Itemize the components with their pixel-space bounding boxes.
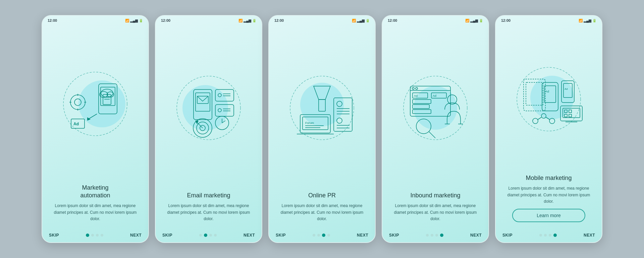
status-icons-4: 📶 ▂▄▆ 🔋 — [465, 19, 483, 22]
time-4: 12:00 — [388, 18, 397, 22]
svg-point-86 — [533, 118, 538, 124]
svg-text:Ad: Ad — [73, 122, 79, 126]
next-label-5[interactable]: NEXT — [584, 233, 595, 238]
skip-label-5[interactable]: SKIP — [502, 233, 513, 238]
dot-5-0 — [539, 234, 542, 237]
time-3: 12:00 — [274, 18, 284, 22]
dot-3-3 — [327, 234, 330, 237]
illustration-4: Ad Ad — [382, 24, 488, 192]
dot-2-0 — [199, 234, 202, 237]
battery-icon-2: 🔋 — [252, 19, 256, 22]
svg-text:Ad: Ad — [565, 87, 568, 90]
dot-5-1 — [544, 234, 547, 237]
skip-label-4[interactable]: SKIP — [389, 233, 399, 238]
svg-text:Forum: Forum — [305, 121, 314, 125]
wifi-icon-1: 📶 — [125, 19, 129, 22]
skip-label-1[interactable]: SKIP — [49, 233, 59, 238]
learn-more-button[interactable]: Learn more — [512, 209, 585, 222]
svg-text:Ad: Ad — [414, 94, 418, 98]
next-label-1[interactable]: NEXT — [130, 233, 142, 238]
illustration-5: Ad Ad — [496, 24, 602, 174]
status-icons-3: 📶 ▂▄▆ 🔋 — [352, 19, 370, 22]
phone-title-4: Inbound marketing — [390, 192, 481, 199]
next-label-3[interactable]: NEXT — [357, 233, 368, 238]
svg-rect-100 — [569, 114, 572, 117]
status-icons-2: 📶 ▂▄▆ 🔋 — [238, 19, 256, 22]
status-bar-4: 12:00 📶 ▂▄▆ 🔋 — [382, 16, 488, 24]
nav-bar-4: SKIP NEXT — [382, 230, 488, 242]
svg-point-63 — [412, 87, 414, 89]
phone-body-3: Lorem ipsum dolor sit dim amet, mea regi… — [276, 203, 368, 222]
dot-2-3 — [214, 234, 217, 237]
nav-bar-3: SKIP NEXT — [269, 230, 375, 242]
battery-icon-1: 🔋 — [139, 19, 143, 22]
dot-5-3 — [553, 234, 557, 237]
dot-1-3 — [101, 234, 103, 237]
dot-1-2 — [96, 234, 99, 237]
signal-icon-3: ▂▄▆ — [357, 19, 365, 22]
status-bar-2: 12:00 📶 ▂▄▆ 🔋 — [156, 16, 262, 24]
dots-1 — [86, 234, 103, 237]
phone-body-5: Lorem ipsum dolor sit dim amet, mea regi… — [503, 185, 594, 205]
signal-icon-5: ▂▄▆ — [584, 19, 591, 22]
illustration-3: Forum — [269, 24, 375, 192]
phone-body-2: Lorem ipsum dolor sit dim amet, mea regi… — [163, 203, 254, 222]
phone-marketing-automation: 12:00 📶 ▂▄▆ 🔋 Ad — [42, 15, 149, 243]
dot-4-1 — [431, 234, 433, 237]
nav-bar-5: SKIP NEXT — [496, 230, 602, 242]
dots-3 — [313, 234, 330, 237]
phone-title-5: Mobile marketing — [503, 174, 594, 182]
status-bar-3: 12:00 📶 ▂▄▆ 🔋 — [269, 16, 375, 24]
dot-3-2 — [322, 234, 325, 237]
content-1: Marketing automation Lorem ipsum dolor s… — [42, 184, 148, 230]
dot-3-1 — [317, 234, 320, 237]
nav-bar-1: SKIP NEXT — [42, 230, 148, 242]
content-4: Inbound marketing Lorem ipsum dolor sit … — [382, 192, 488, 230]
phone-title-3: Online PR — [276, 192, 368, 199]
phone-body-1: Lorem ipsum dolor sit dim amet, mea regi… — [50, 203, 141, 222]
dots-2 — [199, 234, 217, 237]
svg-point-56 — [337, 118, 342, 123]
svg-point-41 — [300, 83, 344, 126]
status-bar-1: 12:00 📶 ▂▄▆ 🔋 — [42, 16, 148, 24]
wifi-icon-2: 📶 — [238, 19, 243, 22]
time-1: 12:00 — [48, 18, 57, 22]
mobile-marketing-svg: Ad Ad — [508, 62, 589, 136]
next-label-2[interactable]: NEXT — [244, 233, 255, 238]
battery-icon-5: 🔋 — [592, 19, 596, 22]
battery-icon-3: 🔋 — [366, 19, 370, 22]
svg-line-73 — [429, 132, 435, 138]
battery-icon-4: 🔋 — [479, 19, 483, 22]
signal-icon-4: ▂▄▆ — [470, 19, 478, 22]
svg-text:Ad: Ad — [545, 90, 549, 93]
content-2: Email marketing Lorem ipsum dolor sit di… — [156, 192, 262, 230]
signal-icon-1: ▂▄▆ — [130, 19, 138, 22]
phone-inbound-marketing: 12:00 📶 ▂▄▆ 🔋 Ad — [382, 15, 489, 243]
svg-text:Ad: Ad — [433, 94, 436, 98]
status-bar-5: 12:00 📶 ▂▄▆ 🔋 — [496, 16, 602, 24]
dot-3-0 — [313, 234, 315, 237]
phones-container: 12:00 📶 ▂▄▆ 🔋 Ad — [42, 15, 602, 243]
skip-label-3[interactable]: SKIP — [276, 233, 286, 238]
inbound-marketing-svg: Ad Ad — [395, 71, 476, 145]
svg-line-89 — [538, 117, 541, 120]
phone-title-1: Marketing automation — [50, 184, 141, 200]
content-3: Online PR Lorem ipsum dolor sit dim amet… — [269, 192, 375, 230]
dot-4-3 — [440, 234, 443, 237]
phone-title-2: Email marketing — [163, 192, 254, 199]
online-pr-svg: Forum — [282, 71, 362, 145]
phone-email-marketing: 12:00 📶 ▂▄▆ 🔋 — [155, 15, 262, 243]
skip-label-2[interactable]: SKIP — [162, 233, 172, 238]
illustration-2 — [156, 24, 262, 192]
wifi-icon-5: 📶 — [579, 19, 583, 22]
marketing-automation-svg: Ad — [55, 67, 136, 141]
dot-4-0 — [426, 234, 429, 237]
status-icons-1: 📶 ▂▄▆ 🔋 — [125, 19, 143, 22]
dot-2-1 — [204, 234, 207, 237]
wifi-icon-3: 📶 — [352, 19, 356, 22]
next-label-4[interactable]: NEXT — [470, 233, 482, 238]
svg-point-0 — [78, 80, 125, 127]
nav-bar-2: SKIP NEXT — [156, 230, 262, 242]
wifi-icon-4: 📶 — [465, 19, 469, 22]
content-5: Mobile marketing Lorem ipsum dolor sit d… — [496, 174, 602, 230]
